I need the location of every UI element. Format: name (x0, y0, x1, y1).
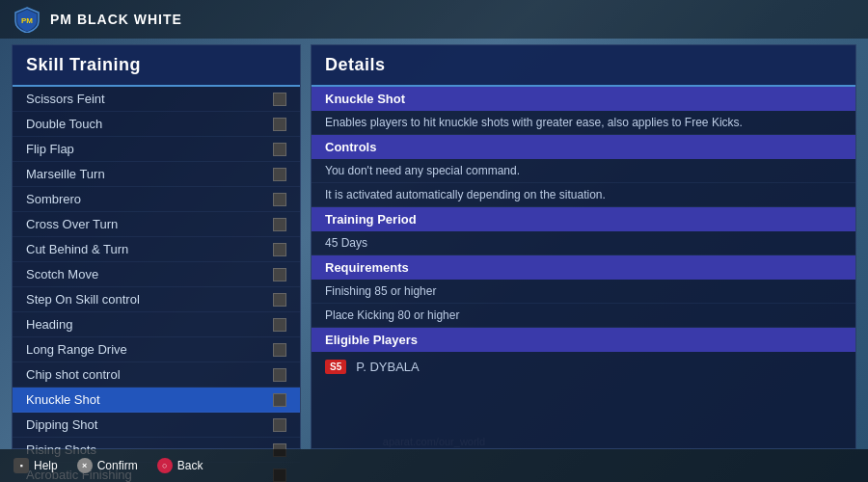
skill-lock-icon (273, 368, 286, 382)
back-action: ○ Back (157, 458, 203, 473)
confirm-action: × Confirm (77, 458, 138, 473)
skill-item[interactable]: Flip Flap (13, 137, 300, 162)
skill-item[interactable]: Marseille Turn (13, 162, 300, 187)
skill-item[interactable]: Heading (13, 312, 300, 337)
details-header: Details (312, 45, 855, 87)
skill-item-label: Step On Skill control (26, 292, 273, 307)
controls-header: Controls (312, 135, 855, 159)
help-action: ▪ Help (14, 458, 58, 473)
skill-name-header: Knuckle Shot (312, 87, 855, 111)
requirements-header: Requirements (312, 255, 855, 280)
skill-item[interactable]: Chip shot control (13, 362, 300, 388)
skill-item-label: Double Touch (26, 117, 273, 131)
skill-item[interactable]: Knuckle Shot (13, 388, 300, 413)
confirm-icon: × (77, 458, 93, 473)
skill-lock-icon (273, 293, 286, 307)
skill-lock-icon (273, 318, 286, 332)
skill-lock-icon (273, 93, 286, 106)
skill-lock-icon (273, 143, 286, 156)
details-panel: Details Knuckle Shot Enables players to … (311, 44, 856, 449)
details-content: Knuckle Shot Enables players to hit knuc… (312, 87, 855, 382)
training-period-value: 45 Days (312, 231, 855, 255)
skill-item[interactable]: Double Touch (13, 112, 300, 137)
skill-lock-icon (273, 193, 286, 206)
skill-item-label: Sombrero (26, 192, 273, 206)
bottom-bar: ▪ Help × Confirm ○ Back (0, 449, 868, 482)
shield-logo: PM (14, 6, 41, 33)
player-badge: S5 (325, 360, 346, 374)
skill-item-label: Scotch Move (26, 267, 273, 281)
skill-lock-icon (273, 243, 286, 256)
player-row: S5 P. DYBALA (312, 352, 855, 382)
skill-item[interactable]: Dipping Shot (13, 413, 300, 438)
skill-item-label: Flip Flap (26, 142, 273, 156)
skill-item-label: Long Range Drive (26, 342, 273, 357)
skill-item-label: Heading (26, 317, 273, 332)
controls-line1: You don't need any special command. (312, 159, 855, 183)
skill-lock-icon (273, 393, 286, 407)
skill-training-panel: Skill Training Scissors FeintDouble Touc… (12, 44, 301, 449)
training-period-header: Training Period (312, 207, 855, 231)
skill-description: Enables players to hit knuckle shots wit… (312, 111, 855, 135)
skill-item-label: Cut Behind & Turn (26, 242, 273, 256)
app-title: PM BLACK WHITE (50, 12, 182, 27)
top-bar: PM PM BLACK WHITE (0, 0, 868, 39)
skill-list[interactable]: Scissors FeintDouble TouchFlip FlapMarse… (13, 87, 300, 482)
requirement-2: Place Kicking 80 or higher (312, 304, 855, 328)
skill-item[interactable]: Long Range Drive (13, 337, 300, 362)
skill-item-label: Dipping Shot (26, 417, 273, 432)
back-icon: ○ (157, 458, 173, 473)
skill-item-label: Knuckle Shot (26, 392, 273, 407)
eligible-players-header: Eligible Players (312, 328, 855, 352)
confirm-label: Confirm (97, 459, 138, 472)
player-name: P. DYBALA (356, 360, 420, 374)
help-label: Help (34, 459, 58, 472)
skill-lock-icon (273, 218, 286, 231)
skill-lock-icon (273, 343, 286, 357)
help-icon: ▪ (14, 458, 29, 473)
back-label: Back (177, 459, 203, 472)
skill-lock-icon (273, 118, 286, 131)
skill-item[interactable]: Sombrero (13, 187, 300, 212)
skill-item-label: Marseille Turn (26, 167, 273, 181)
controls-line2: It is activated automatically depending … (312, 183, 855, 207)
skill-item[interactable]: Cross Over Turn (13, 212, 300, 237)
skill-item[interactable]: Scotch Move (13, 262, 300, 287)
skill-lock-icon (273, 268, 286, 281)
skill-item-label: Scissors Feint (26, 92, 273, 106)
skill-item-label: Chip shot control (26, 367, 273, 382)
skill-training-header: Skill Training (13, 45, 300, 87)
main-content: Skill Training Scissors FeintDouble Touc… (0, 44, 868, 449)
svg-text:PM: PM (21, 16, 33, 25)
skill-item[interactable]: Step On Skill control (13, 287, 300, 312)
skill-item[interactable]: Cut Behind & Turn (13, 237, 300, 262)
skill-item-label: Cross Over Turn (26, 217, 273, 231)
skill-lock-icon (273, 418, 286, 432)
skill-item[interactable]: Scissors Feint (13, 87, 300, 112)
requirement-1: Finishing 85 or higher (312, 280, 855, 304)
skill-lock-icon (273, 168, 286, 181)
